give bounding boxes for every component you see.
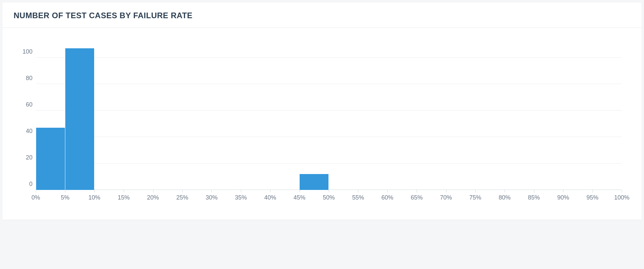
x-axis-label: 65% (411, 194, 423, 201)
x-axis-label: 95% (587, 194, 599, 201)
x-axis-label: 35% (235, 194, 247, 201)
histogram-bar[interactable] (300, 174, 328, 190)
x-axis-label: 20% (147, 194, 159, 201)
card-body: 0204060801000%5%10%15%20%25%30%35%40%45%… (2, 28, 642, 220)
x-axis-label: 5% (61, 194, 69, 201)
x-axis-tick (65, 190, 65, 193)
x-axis-tick (270, 190, 270, 193)
card-header: NUMBER OF TEST CASES BY FAILURE RATE (2, 2, 642, 28)
x-axis-tick (36, 190, 36, 193)
x-axis-tick (475, 190, 476, 193)
x-axis-label: 50% (323, 194, 335, 201)
x-axis-tick (534, 190, 534, 193)
x-axis-label: 0% (31, 194, 40, 201)
x-axis-tick (446, 190, 446, 193)
gridline (36, 84, 622, 84)
x-axis-label: 30% (205, 194, 217, 201)
chart-card: NUMBER OF TEST CASES BY FAILURE RATE 020… (2, 2, 642, 220)
gridline (36, 163, 622, 163)
x-axis-label: 45% (294, 194, 306, 201)
histogram-bar[interactable] (36, 128, 65, 190)
x-axis-tick (211, 190, 212, 193)
x-axis-label: 75% (469, 194, 481, 201)
x-axis-tick (504, 190, 505, 193)
x-axis-tick (329, 190, 329, 193)
x-axis-label: 25% (176, 194, 188, 201)
chart-wrap: 0204060801000%5%10%15%20%25%30%35%40%45%… (12, 41, 632, 206)
card-title: NUMBER OF TEST CASES BY FAILURE RATE (14, 11, 630, 20)
x-axis-label: 85% (528, 194, 540, 201)
x-axis-tick (241, 190, 241, 193)
x-axis-tick (124, 190, 124, 193)
y-axis-label: 60 (19, 102, 32, 108)
x-axis-label: 60% (381, 194, 393, 201)
gridline (36, 110, 622, 111)
x-axis-tick (358, 190, 358, 193)
histogram-bar[interactable] (65, 48, 94, 190)
gridline (36, 137, 622, 137)
y-axis-label: 20 (19, 155, 32, 160)
x-axis-label: 15% (118, 194, 130, 201)
x-axis-tick (94, 190, 95, 193)
x-axis-label: 70% (440, 194, 452, 201)
x-axis-tick (622, 190, 622, 193)
y-axis-label: 100 (19, 49, 32, 55)
x-axis-label: 10% (88, 194, 100, 201)
x-axis-label: 90% (557, 194, 569, 201)
x-axis-label: 40% (264, 194, 276, 201)
x-axis-label: 100% (614, 194, 629, 201)
y-axis-label: 40 (19, 128, 32, 134)
gridline (36, 57, 622, 58)
x-axis-tick (563, 190, 563, 193)
x-axis-tick (153, 190, 153, 193)
x-axis-tick (300, 190, 300, 193)
y-axis-label: 0 (19, 181, 32, 187)
x-axis-tick (387, 190, 388, 193)
x-axis-label: 80% (498, 194, 510, 201)
histogram-chart: 0204060801000%5%10%15%20%25%30%35%40%45%… (12, 41, 632, 206)
y-axis-label: 80 (19, 75, 32, 81)
plot-area: 0204060801000%5%10%15%20%25%30%35%40%45%… (35, 44, 622, 190)
x-axis-tick (417, 190, 417, 193)
x-axis-label: 55% (352, 194, 364, 201)
x-axis-tick (593, 190, 593, 193)
x-axis-tick (182, 190, 183, 193)
